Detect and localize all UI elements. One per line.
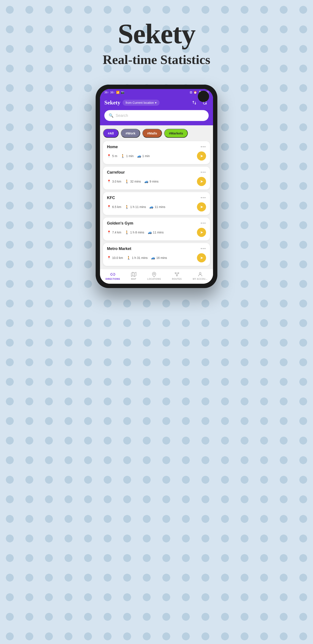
car-kfc: 🚙 11 mins <box>149 205 165 209</box>
card-header-metro: Metro Market ••• <box>107 246 206 251</box>
header-top: Sekety from Current location ▾ <box>104 99 209 106</box>
walk-kfc: 🚶 1 h 11 mins <box>125 205 146 209</box>
walk-icon-metro: 🚶 <box>126 256 131 260</box>
signal-icon: 36↑ <box>104 91 109 94</box>
card-header-carrefour: Carrefour ••• <box>107 170 206 175</box>
car-metro: 🚙 16 mins <box>151 256 167 260</box>
locations-list: Home ••• 📍 5 m 🚶 1 min � <box>100 141 213 269</box>
nav-directions[interactable]: DIRECTIONS <box>105 272 120 280</box>
distance-value-kfc: 6.5 km <box>112 205 121 209</box>
nav-locations[interactable]: LOCATIONS <box>147 272 161 280</box>
nav-account-label: MY ACCOU... <box>193 278 208 280</box>
card-header-kfc: KFC ••• <box>107 196 206 200</box>
location-card-home: Home ••• 📍 5 m 🚶 1 min � <box>103 141 210 164</box>
card-row-kfc: 📍 6.5 km 🚶 1 h 11 mins 🚙 11 mins ➤ <box>107 202 206 212</box>
walk-gym: 🚶 1 h 8 mins <box>125 230 144 234</box>
svg-point-7 <box>199 272 201 274</box>
menu-icon-carrefour[interactable]: ••• <box>201 170 206 175</box>
walk-metro: 🚶 1 h 31 mins <box>126 256 148 260</box>
menu-icon-home[interactable]: ••• <box>201 145 206 149</box>
tag-all[interactable]: #All <box>103 129 119 138</box>
menu-icon-kfc[interactable]: ••• <box>201 196 206 200</box>
card-header-gym: Golden's Gym ••• <box>107 221 206 226</box>
distance-metro: 📍 10.0 km <box>107 256 123 260</box>
routes-icon <box>174 272 180 277</box>
pin-icon-gym: 📍 <box>107 230 111 234</box>
distance-home: 📍 5 m <box>107 154 117 158</box>
walk-value-metro: 1 h 31 mins <box>132 256 148 260</box>
distance-value-metro: 10.0 km <box>112 256 123 260</box>
car-home: 🚙 1 min <box>137 154 150 158</box>
nav-account[interactable]: MY ACCOU... <box>193 272 208 280</box>
sort-button[interactable] <box>190 99 198 106</box>
search-placeholder: Search <box>116 113 128 118</box>
status-bar: 36↑ 36↑ 📶 📷 ⊡ ⏰ 🔋 7:52 <box>100 89 213 96</box>
car-icon-carrefour: 🚙 <box>144 180 148 184</box>
car-icon-kfc: 🚙 <box>149 205 153 209</box>
navigate-btn-home[interactable]: ➤ <box>197 152 206 160</box>
page-subtitle: Real-time Statistics <box>103 52 210 67</box>
card-row-carrefour: 📍 3.0 km 🚶 32 mins 🚙 9 mins ➤ <box>107 177 206 186</box>
location-card-carrefour: Carrefour ••• 📍 3.0 km 🚶 32 mins <box>103 167 210 190</box>
app-header: Sekety from Current location ▾ <box>100 96 213 125</box>
status-left: 36↑ 36↑ 📶 📷 <box>104 91 124 94</box>
walk-icon-gym: 🚶 <box>125 230 129 234</box>
card-details-home: 📍 5 m 🚶 1 min 🚙 1 min <box>107 154 150 158</box>
tag-markets[interactable]: #Markets <box>164 129 188 138</box>
card-details-kfc: 📍 6.5 km 🚶 1 h 11 mins 🚙 11 mins <box>107 205 165 209</box>
nav-map[interactable]: MAP <box>131 272 136 280</box>
card-details-gym: 📍 7.4 km 🚶 1 h 8 mins 🚙 11 mins <box>107 230 164 234</box>
car-value-gym: 11 mins <box>153 230 164 234</box>
search-bar[interactable]: 🔍 Search <box>104 110 209 121</box>
location-card-gym: Golden's Gym ••• 📍 7.4 km 🚶 1 h 8 mins <box>103 218 210 240</box>
map-icon <box>131 272 136 277</box>
location-name-gym: Golden's Gym <box>107 221 133 226</box>
cast-icon: ⊡ <box>190 91 192 94</box>
car-value-kfc: 11 mins <box>155 205 165 209</box>
search-icon: 🔍 <box>109 113 113 118</box>
card-details-carrefour: 📍 3.0 km 🚶 32 mins 🚙 9 mins <box>107 180 158 184</box>
walk-value-kfc: 1 h 11 mins <box>130 205 146 209</box>
walk-value-gym: 1 h 8 mins <box>130 230 144 234</box>
card-header-home: Home ••• <box>107 145 206 149</box>
car-icon-home: 🚙 <box>137 154 141 158</box>
nav-routes[interactable]: ROUTES <box>172 272 182 280</box>
distance-gym: 📍 7.4 km <box>107 230 121 234</box>
navigate-btn-kfc[interactable]: ➤ <box>197 202 206 212</box>
menu-icon-gym[interactable]: ••• <box>201 221 206 226</box>
location-selector[interactable]: from Current location ▾ <box>123 100 160 106</box>
car-carrefour: 🚙 9 mins <box>144 180 158 184</box>
nav-locations-label: LOCATIONS <box>147 278 161 280</box>
car-value-carrefour: 9 mins <box>150 180 158 183</box>
walk-value-carrefour: 32 mins <box>130 180 141 183</box>
pin-icon-metro: 📍 <box>107 256 111 260</box>
navigate-btn-carrefour[interactable]: ➤ <box>197 177 206 186</box>
phone-frame: 36↑ 36↑ 📶 📷 ⊡ ⏰ 🔋 7:52 Sekety from Curre… <box>96 85 217 288</box>
chevron-down-icon: ▾ <box>155 101 156 104</box>
signal-icon-2: 36↑ <box>110 91 115 94</box>
pin-icon-kfc: 📍 <box>107 205 111 209</box>
nav-map-label: MAP <box>131 278 136 280</box>
card-details-metro: 📍 10.0 km 🚶 1 h 31 mins 🚙 16 mins <box>107 256 167 260</box>
nav-directions-label: DIRECTIONS <box>105 278 120 280</box>
navigate-btn-metro[interactable]: ➤ <box>197 253 206 262</box>
alarm-icon: ⏰ <box>193 91 197 94</box>
distance-value-home: 5 m <box>112 154 117 158</box>
pin-icon-carrefour: 📍 <box>107 180 111 184</box>
location-text: from Current location <box>126 101 154 104</box>
svg-marker-0 <box>131 272 136 276</box>
app-name-label: Sekety <box>104 100 120 106</box>
tag-work[interactable]: #Work <box>121 129 140 138</box>
navigate-btn-gym[interactable]: ➤ <box>197 228 206 237</box>
camera-notch <box>198 91 209 102</box>
location-name-kfc: KFC <box>107 196 115 200</box>
tag-malls[interactable]: #Malls <box>142 129 162 138</box>
menu-icon-metro[interactable]: ••• <box>201 246 206 251</box>
distance-value-gym: 7.4 km <box>112 230 121 234</box>
location-name-metro: Metro Market <box>107 246 131 251</box>
distance-value-carrefour: 3.0 km <box>112 180 121 183</box>
walk-icon-kfc: 🚶 <box>125 205 129 209</box>
walk-carrefour: 🚶 32 mins <box>125 180 141 184</box>
car-icon-metro: 🚙 <box>151 256 155 260</box>
bottom-nav: DIRECTIONS MAP LOCATIONS <box>100 269 213 284</box>
